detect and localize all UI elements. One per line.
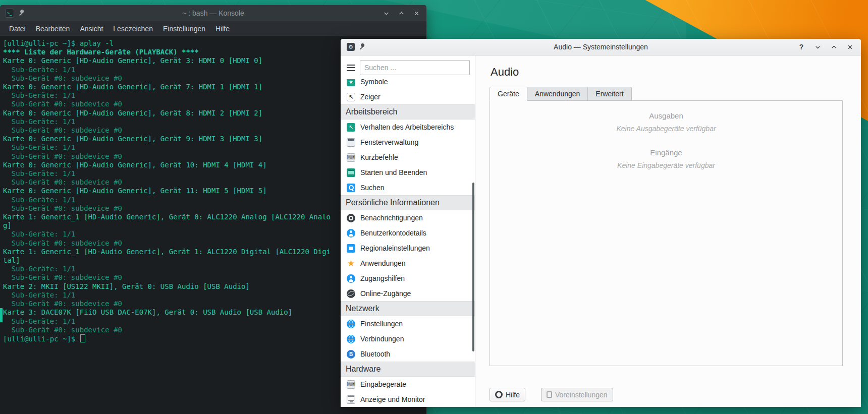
minimize-icon[interactable] [381, 8, 391, 18]
sidebar-item-label: Benutzerkontodetails [360, 229, 426, 237]
workspace-behavior-icon [347, 123, 355, 132]
sidebar-item-label: Anwendungen [360, 259, 406, 267]
accessibility-icon [347, 274, 355, 283]
startup-shutdown-icon [347, 168, 355, 177]
sidebar-item-label: Eingabegeräte [360, 380, 406, 388]
cursor-icon [347, 93, 355, 101]
menu-hilfe[interactable]: Hilfe [210, 21, 235, 36]
sidebar-item-zugangshilfen[interactable]: Zugangshilfen [341, 271, 475, 286]
settings-titlebar[interactable]: ⚙ Audio — Systemeinstellungen ? [341, 39, 861, 55]
sidebar-item-bluetooth[interactable]: Bluetooth [341, 346, 475, 362]
sidebar-list: SymboleZeigerArbeitsbereichVerhalten des… [341, 79, 475, 407]
help-titlebar-icon[interactable]: ? [796, 42, 806, 52]
outputs-empty-label: Keine Ausgabegeräte verfügbar [490, 125, 842, 133]
menu-lesezeichen[interactable]: Lesezeichen [108, 21, 158, 36]
sidebar-item-label: Kurzbefehle [360, 153, 398, 161]
tab-geräte[interactable]: Geräte [490, 87, 527, 101]
tab-bar: GeräteAnwendungenErweitert [490, 87, 843, 101]
sidebar-item-label: Fensterverwaltung [360, 138, 418, 146]
menu-bearbeiten[interactable]: Bearbeiten [31, 21, 75, 36]
sidebar-item-label: Einstellungen [360, 320, 403, 328]
inputs-empty-label: Keine Eingabegeräte verfügbar [490, 161, 842, 169]
sidebar-item-verhalten-des-arbeitsbereichs[interactable]: Verhalten des Arbeitsbereichs [341, 120, 475, 135]
applications-icon [347, 259, 355, 268]
search-module-icon [347, 184, 355, 192]
sidebar-item-label: Anzeige und Monitor [360, 395, 425, 403]
defaults-icon [547, 391, 552, 398]
menu-ansicht[interactable]: Ansicht [75, 21, 108, 36]
sidebar-section-arbeitsbereich: Arbeitsbereich [341, 104, 475, 120]
sidebar-item-label: Zugangshilfen [360, 274, 405, 282]
terminal-title: ~ : bash — Konsole [182, 9, 244, 17]
window-management-icon [347, 138, 355, 147]
settings-title: Audio — Systemeinstellungen [554, 43, 648, 51]
sidebar-item-benachrichtigungen[interactable]: Benachrichtigungen [341, 210, 475, 225]
sidebar-item-label: Verbindungen [360, 335, 404, 343]
maximize-icon[interactable] [396, 8, 406, 18]
sidebar-item-online-zugänge[interactable]: Online-Zugänge [341, 286, 475, 301]
sidebar-item-label: Regionaleinstellungen [360, 244, 430, 252]
sidebar-item-anwendungen[interactable]: Anwendungen [341, 256, 475, 271]
pin-icon[interactable] [358, 42, 366, 51]
sidebar-item-label: Online-Zugänge [360, 289, 411, 298]
sidebar-item-fensterverwaltung[interactable]: Fensterverwaltung [341, 135, 475, 150]
sidebar-item-label: Verhalten des Arbeitsbereichs [360, 123, 454, 131]
close-icon[interactable] [411, 8, 421, 18]
page-title: Audio [491, 66, 843, 79]
display-monitor-icon [347, 395, 355, 404]
notifications-icon [347, 214, 355, 222]
menu-datei[interactable]: Datei [4, 21, 31, 36]
sidebar-item-label: Suchen [360, 184, 384, 192]
sidebar-item-symbole[interactable]: Symbole [341, 79, 475, 89]
sidebar-item-einstellungen[interactable]: Einstellungen [341, 316, 475, 331]
terminal-scrollbar[interactable] [0, 308, 3, 322]
outputs-heading: Ausgaben [490, 111, 842, 120]
sidebar-item-kurzbefehle[interactable]: Kurzbefehle [341, 150, 475, 165]
sidebar-item-label: Symbole [360, 79, 388, 86]
tab-anwendungen[interactable]: Anwendungen [527, 87, 588, 101]
sidebar-item-label: Benachrichtigungen [360, 214, 423, 222]
sidebar-scrollbar[interactable] [472, 183, 474, 351]
sidebar-item-suchen[interactable]: Suchen [341, 180, 475, 195]
menu-einstellungen[interactable]: Einstellungen [158, 21, 210, 36]
pin-icon[interactable] [17, 9, 26, 17]
devices-panel: Ausgaben Keine Ausgabegeräte verfügbar E… [490, 100, 843, 366]
sidebar-item-eingabegeräte[interactable]: Eingabegeräte [341, 377, 475, 392]
input-devices-icon [347, 380, 355, 389]
maximize-icon[interactable] [829, 42, 839, 52]
settings-footer: Hilfe Voreinstellungen [490, 366, 843, 407]
shortcuts-icon [347, 153, 355, 162]
sidebar-section-netzwerk: Netzwerk [341, 301, 475, 316]
systemsettings-icon: ⚙ [347, 43, 355, 51]
network-settings-icon [347, 320, 355, 328]
sidebar-item-starten-und-beenden[interactable]: Starten und Beenden [341, 165, 475, 180]
sidebar-item-label: Starten und Beenden [360, 168, 427, 176]
konsole-icon: >_ [5, 9, 14, 18]
minimize-icon[interactable] [812, 42, 823, 52]
settings-window: ⚙ Audio — Systemeinstellungen ? [341, 39, 861, 407]
help-button[interactable]: Hilfe [490, 388, 525, 401]
sidebar-item-verbindungen[interactable]: Verbindungen [341, 331, 475, 346]
sidebar-item-regionaleinstellungen[interactable]: Regionaleinstellungen [341, 241, 475, 256]
search-input[interactable] [360, 60, 470, 75]
tab-erweitert[interactable]: Erweitert [588, 87, 631, 101]
terminal-titlebar[interactable]: >_ ~ : bash — Konsole [0, 5, 426, 21]
help-icon [495, 391, 503, 398]
sidebar-item-benutzerkontodetails[interactable]: Benutzerkontodetails [341, 225, 475, 241]
sidebar-item-anzeige-und-monitor[interactable]: Anzeige und Monitor [341, 392, 475, 407]
icons-icon [347, 79, 355, 86]
connections-icon [347, 335, 355, 343]
defaults-button[interactable]: Voreinstellungen [541, 388, 613, 401]
settings-sidebar: SymboleZeigerArbeitsbereichVerhalten des… [341, 55, 475, 407]
sidebar-section-persönliche-informationen: Persönliche Informationen [341, 195, 475, 210]
close-icon[interactable] [845, 42, 855, 52]
settings-main-pane: Audio GeräteAnwendungenErweitert Ausgabe… [475, 55, 861, 407]
sidebar-section-hardware: Hardware [341, 362, 475, 377]
sidebar-item-label: Bluetooth [360, 350, 390, 358]
sidebar-item-zeiger[interactable]: Zeiger [341, 89, 475, 104]
regional-icon [347, 244, 355, 253]
bluetooth-icon [347, 350, 355, 359]
hamburger-menu-icon[interactable] [347, 65, 355, 71]
inputs-heading: Eingänge [490, 148, 842, 157]
sidebar-item-label: Zeiger [360, 93, 381, 101]
